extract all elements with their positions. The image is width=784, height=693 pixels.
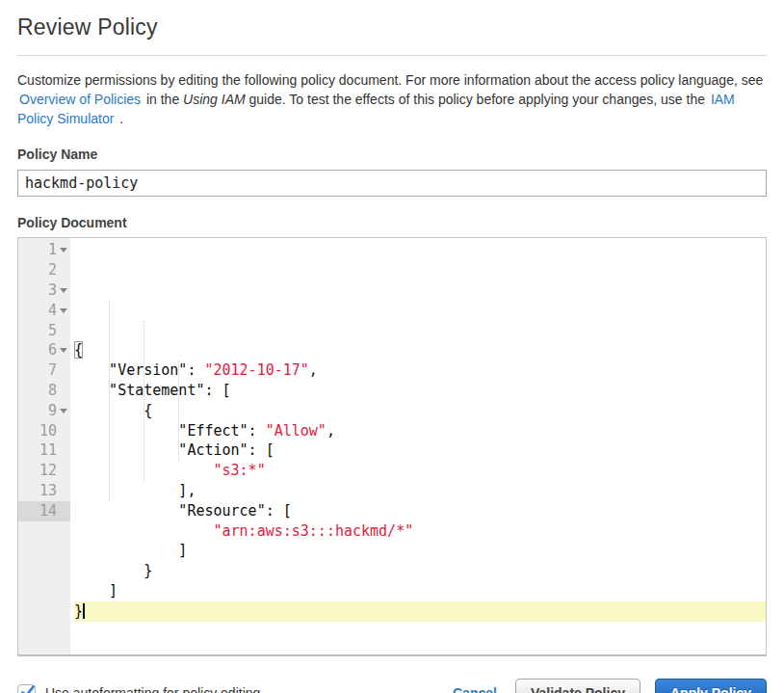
title-divider: [17, 55, 767, 56]
gutter-line-number: 7: [18, 360, 70, 381]
code-line[interactable]: "Resource": [: [74, 501, 766, 521]
gutter-line-number: 8: [18, 381, 70, 401]
policy-document-editor[interactable]: 1234567891011121314 { "Version": "2012-1…: [17, 237, 767, 656]
code-token: ,: [327, 422, 335, 440]
page-title: Review Policy: [17, 14, 767, 40]
code-line[interactable]: "Effect": "Allow",: [74, 421, 766, 441]
code-token-string: "arn:aws:s3:::hackmd/*": [214, 522, 414, 540]
footer-bar: Use autoformatting for policy editing Ca…: [17, 679, 767, 693]
line-number: 2: [48, 261, 57, 279]
intro-text-segment: Customize permissions by editing the fol…: [17, 72, 763, 88]
code-line[interactable]: }: [74, 601, 766, 622]
gutter-line-number: 2: [18, 260, 70, 280]
gutter-line-number: 13: [18, 481, 70, 501]
editor-code-area[interactable]: { "Version": "2012-10-17", "Statement": …: [70, 238, 766, 654]
fold-arrow-icon[interactable]: [60, 409, 67, 413]
line-number: 1: [48, 241, 57, 258]
autoformat-toggle[interactable]: Use autoformatting for policy editing: [17, 684, 260, 693]
apply-policy-button[interactable]: Apply Policy: [655, 679, 767, 693]
editor-gutter: 1234567891011121314: [18, 238, 70, 654]
fold-arrow-icon[interactable]: [60, 288, 67, 293]
gutter-line-number[interactable]: 9: [18, 401, 70, 421]
line-number: 14: [39, 502, 57, 520]
autoformat-label: Use autoformatting for policy editing: [45, 685, 260, 693]
line-number: 11: [39, 441, 57, 459]
intro-text-segment: in the: [146, 92, 183, 107]
review-policy-page: Review Policy Customize permissions by e…: [0, 14, 784, 693]
intro-text-segment: Using IAM: [183, 92, 246, 107]
gutter-line-number[interactable]: 4: [18, 301, 70, 321]
code-line[interactable]: "Action": [: [74, 440, 766, 461]
gutter-line-number: 5: [18, 321, 70, 341]
code-token: "Action": [: [74, 441, 274, 459]
code-token: }: [74, 562, 152, 579]
policy-document-label: Policy Document: [17, 215, 767, 230]
code-line[interactable]: ]: [74, 581, 766, 601]
code-token: {: [74, 341, 83, 359]
code-line[interactable]: {: [74, 340, 766, 360]
code-token: ]: [74, 582, 118, 600]
code-line[interactable]: "Statement": [: [74, 381, 766, 401]
line-number: 9: [48, 402, 57, 419]
policy-name-label: Policy Name: [17, 147, 767, 162]
fold-arrow-icon[interactable]: [60, 348, 67, 353]
gutter-line-number: 14: [18, 501, 70, 521]
validate-policy-button[interactable]: Validate Policy: [515, 679, 640, 693]
code-token: [74, 522, 214, 540]
line-number: 6: [48, 341, 57, 359]
line-number: 3: [48, 281, 57, 299]
code-token: ,: [309, 361, 318, 379]
code-line[interactable]: "s3:*": [74, 461, 766, 481]
gutter-line-number[interactable]: 3: [18, 280, 70, 301]
code-token: "Version":: [74, 361, 204, 379]
checkmark-icon: [20, 684, 36, 693]
code-line[interactable]: }: [74, 561, 766, 581]
code-line[interactable]: {: [74, 401, 766, 421]
code-token: "Resource": [: [74, 502, 292, 520]
code-line[interactable]: ]: [74, 541, 766, 561]
fold-arrow-icon[interactable]: [60, 248, 67, 253]
cancel-link[interactable]: Cancel: [453, 685, 497, 693]
line-number: 8: [48, 382, 57, 399]
code-token: ],: [74, 482, 196, 499]
line-number: 12: [39, 462, 57, 479]
code-token: {: [74, 402, 152, 419]
gutter-line-number: 10: [18, 421, 70, 441]
line-number: 10: [39, 422, 57, 440]
code-token: ]: [74, 542, 187, 559]
code-token: [74, 462, 214, 479]
intro-text: Customize permissions by editing the fol…: [17, 70, 767, 128]
gutter-line-number[interactable]: 6: [18, 340, 70, 360]
code-token-string: "Allow": [266, 422, 327, 440]
code-token: "Effect":: [74, 422, 266, 440]
intro-link[interactable]: Overview of Policies: [17, 92, 143, 107]
code-token: "Statement": [: [74, 382, 231, 399]
gutter-line-number: 11: [18, 440, 70, 461]
line-number: 4: [48, 302, 57, 319]
intro-text-segment: guide. To test the effects of this polic…: [249, 92, 705, 107]
code-token-string: "2012-10-17": [204, 361, 308, 379]
policy-name-input[interactable]: [17, 170, 767, 197]
text-cursor: [83, 603, 85, 619]
code-line[interactable]: "arn:aws:s3:::hackmd/*": [74, 521, 766, 542]
gutter-line-number: 12: [18, 461, 70, 481]
code-token-string: "s3:*": [214, 462, 266, 479]
code-line[interactable]: ],: [74, 481, 766, 501]
gutter-line-number[interactable]: 1: [18, 240, 70, 260]
code-line[interactable]: "Version": "2012-10-17",: [74, 360, 766, 381]
intro-text-segment: .: [119, 111, 123, 126]
line-number: 5: [48, 322, 57, 339]
line-number: 13: [39, 482, 57, 499]
fold-arrow-icon[interactable]: [60, 308, 67, 313]
autoformat-checkbox[interactable]: [17, 684, 36, 693]
code-token: }: [74, 602, 83, 620]
footer-actions: Cancel Validate Policy Apply Policy: [453, 679, 767, 693]
line-number: 7: [48, 361, 57, 379]
